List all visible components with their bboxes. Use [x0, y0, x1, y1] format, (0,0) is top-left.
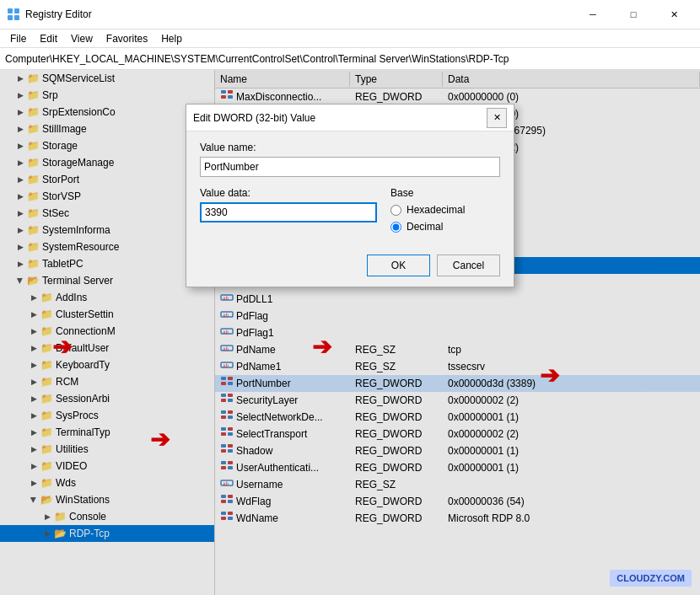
dec-radio[interactable]	[390, 222, 401, 233]
menu-help[interactable]: Help	[154, 31, 189, 46]
cancel-button[interactable]: Cancel	[437, 255, 500, 276]
app-title: Registry Editor	[25, 8, 92, 20]
app-icon	[7, 8, 20, 21]
value-name-label: Value name:	[200, 142, 500, 153]
dialog-body: Value name: Value data: Base Hexadecimal…	[186, 131, 514, 248]
base-label: Base	[390, 187, 500, 199]
arrow-data-input: ➔	[312, 335, 331, 359]
ok-button[interactable]: OK	[367, 255, 430, 276]
close-button[interactable]: ✕	[654, 2, 693, 27]
svg-rect-1	[14, 8, 19, 13]
dialog-title-bar: Edit DWORD (32-bit) Value ✕	[186, 105, 514, 131]
dialog-left: Value data:	[200, 187, 377, 222]
value-data-label: Value data:	[200, 187, 377, 199]
address-bar: Computer\HKEY_LOCAL_MACHINE\SYSTEM\Curre…	[0, 48, 700, 70]
arrow-decimal: ➔	[540, 364, 559, 388]
dialog-buttons: OK Cancel	[186, 248, 514, 287]
arrow-portnumber: ➔	[150, 428, 170, 452]
svg-rect-0	[8, 8, 13, 13]
hex-radio-row[interactable]: Hexadecimal	[390, 204, 500, 216]
watermark: CLOUDZY.COM	[610, 570, 692, 587]
window-controls: ─ □ ✕	[573, 2, 693, 27]
dialog-close-button[interactable]: ✕	[487, 108, 507, 128]
dec-radio-label: Decimal	[407, 221, 443, 233]
menu-edit[interactable]: Edit	[33, 31, 64, 46]
maximize-button[interactable]: □	[614, 2, 653, 27]
hex-radio[interactable]	[390, 205, 401, 216]
svg-rect-3	[14, 15, 19, 20]
value-data-input[interactable]	[200, 202, 377, 222]
menu-view[interactable]: View	[64, 31, 100, 46]
menu-file[interactable]: File	[3, 31, 33, 46]
address-path: Computer\HKEY_LOCAL_MACHINE\SYSTEM\Curre…	[5, 53, 509, 65]
minimize-button[interactable]: ─	[573, 2, 612, 27]
hex-radio-label: Hexadecimal	[407, 204, 465, 216]
arrow-pdclass1: ➔	[52, 335, 72, 359]
menu-bar: File Edit View Favorites Help	[0, 29, 700, 48]
dialog-title-text: Edit DWORD (32-bit) Value	[193, 112, 487, 124]
dec-radio-row[interactable]: Decimal	[390, 221, 500, 233]
edit-dword-dialog: Edit DWORD (32-bit) Value ✕ Value name: …	[186, 104, 514, 287]
dialog-overlay: Edit DWORD (32-bit) Value ✕ Value name: …	[0, 70, 700, 595]
svg-rect-2	[8, 15, 13, 20]
base-group: Base Hexadecimal Decimal	[390, 187, 500, 238]
menu-favorites[interactable]: Favorites	[100, 31, 154, 46]
dialog-row: Value data: Base Hexadecimal Decimal	[200, 187, 500, 238]
value-name-input[interactable]	[200, 157, 500, 177]
title-bar: Registry Editor ─ □ ✕	[0, 0, 700, 29]
